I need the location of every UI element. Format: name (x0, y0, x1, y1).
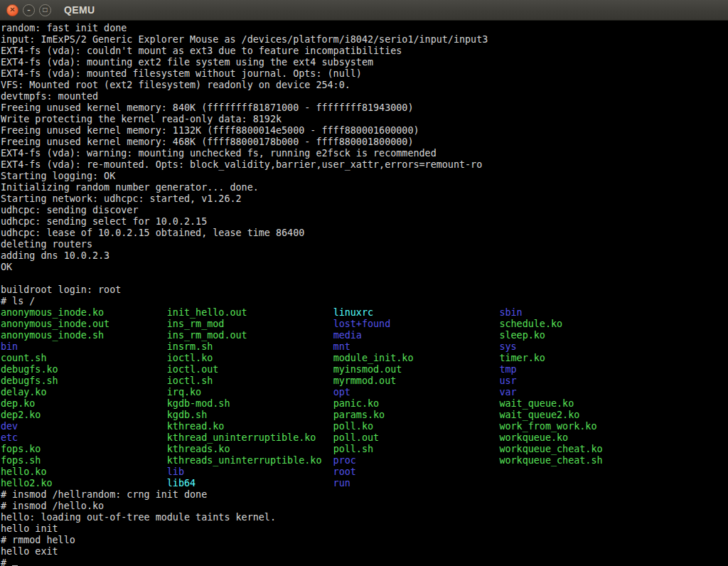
terminal-line: hello init (1, 523, 728, 535)
terminal-line: fops.sh kthreads_uninterruptible.ko proc… (1, 455, 728, 466)
terminal-line: deleting routers (1, 239, 728, 250)
terminal-line: VFS: Mounted root (ext2 filesystem) read… (1, 80, 728, 91)
terminal-line: EXT4-fs (vda): couldn't mount as ext3 du… (1, 46, 728, 57)
terminal-line: debugfs.ko ioctl.out myinsmod.out tmp (1, 364, 728, 375)
maximize-button[interactable]: □ (39, 4, 51, 16)
close-icon: ✕ (9, 6, 15, 14)
minimize-icon: – (27, 7, 31, 14)
terminal-line: EXT4-fs (vda): re-mounted. Opts: block_v… (1, 159, 728, 171)
window-titlebar[interactable]: ✕ – □ QEMU (0, 0, 728, 21)
terminal-line: dev kthread.ko poll.ko work_from_work.ko (1, 421, 728, 432)
terminal-line: delay.ko irq.ko opt var (1, 387, 728, 398)
terminal-line: # (1, 557, 728, 566)
terminal-line: random: fast init done (1, 23, 728, 34)
terminal-line: Freeing unused kernel memory: 468K (ffff… (1, 137, 728, 148)
terminal-line: anonymous_inode.sh ins_rm_mod.out media … (1, 330, 728, 341)
terminal-line: udhcpc: sending discover (1, 205, 728, 216)
terminal-line: dep.ko kgdb-mod.sh panic.ko wait_queue.k… (1, 398, 728, 410)
close-button[interactable]: ✕ (6, 4, 18, 16)
terminal-line: Starting network: udhcpc: started, v1.26… (1, 193, 728, 205)
terminal-line: anonymous_inode.ko init_hello.out linuxr… (1, 307, 728, 319)
terminal-line: Starting logging: OK (1, 171, 728, 182)
minimize-button[interactable]: – (23, 4, 35, 16)
terminal-line: count.sh ioctl.ko module_init.ko timer.k… (1, 353, 728, 364)
terminal-line: EXT4-fs (vda): mounting ext2 file system… (1, 57, 728, 68)
terminal-line: dep2.ko kgdb.sh params.ko wait_queue2.ko (1, 410, 728, 421)
terminal-line: OK (1, 262, 728, 273)
terminal-line: # insmod /hellrandom: crng init done (1, 489, 728, 501)
terminal-line: EXT4-fs (vda): warning: mounting uncheck… (1, 148, 728, 159)
terminal-line: anonymous_inode.out ins_rm_mod lost+foun… (1, 319, 728, 330)
terminal-line: hello: loading out-of-tree module taints… (1, 512, 728, 523)
terminal-line: udhcpc: lease of 10.0.2.15 obtained, lea… (1, 228, 728, 239)
terminal-line: fops.ko kthreads.ko poll.sh workqueue_ch… (1, 444, 728, 455)
terminal-line: Freeing unused kernel memory: 840K (ffff… (1, 102, 728, 114)
terminal-line: buildroot login: root (1, 284, 728, 296)
terminal-screen[interactable]: random: fast init doneinput: ImExPS/2 Ge… (0, 21, 728, 566)
terminal-line: input: ImExPS/2 Generic Explorer Mouse a… (1, 34, 728, 46)
terminal-line: Initializing random number generator... … (1, 182, 728, 193)
terminal-line: Write protecting the kernel read-only da… (1, 114, 728, 125)
window-title: QEMU (64, 5, 95, 15)
terminal-line: hello exit (1, 546, 728, 557)
maximize-icon: □ (43, 7, 48, 13)
terminal-line: EXT4-fs (vda): mounted filesystem withou… (1, 68, 728, 80)
terminal-line: # ls / (1, 296, 728, 307)
terminal-line: adding dns 10.0.2.3 (1, 250, 728, 262)
terminal-line: bin insrm.sh mnt sys (1, 341, 728, 353)
terminal-line: debugfs.sh ioctl.sh myrmmod.out usr (1, 375, 728, 387)
terminal-line: Freeing unused kernel memory: 1132K (fff… (1, 125, 728, 137)
terminal-line (1, 273, 728, 284)
terminal-line: # insmod /hello.ko (1, 501, 728, 512)
terminal-line: devtmpfs: mounted (1, 91, 728, 102)
terminal-line: # rmmod hello (1, 535, 728, 546)
terminal-line: udhcpc: sending select for 10.0.2.15 (1, 216, 728, 228)
terminal-line: etc kthread_uninterruptible.ko poll.out … (1, 432, 728, 444)
qemu-window: ✕ – □ QEMU random: fast init doneinput: … (0, 0, 728, 566)
terminal-line: hello.ko lib root (1, 466, 728, 478)
terminal-line: hello2.ko lib64 run (1, 478, 728, 489)
